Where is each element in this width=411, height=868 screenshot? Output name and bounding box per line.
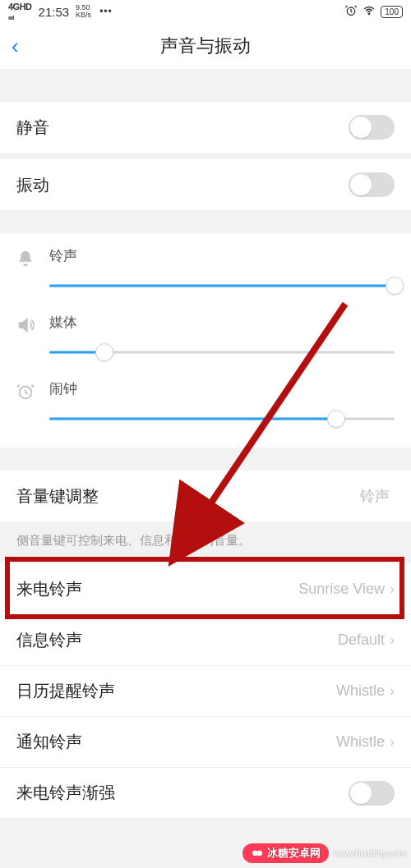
media-volume-row: 媒体 [16, 313, 395, 361]
bell-icon [16, 246, 49, 273]
ascending-ringtone-row[interactable]: 来电铃声渐强 [0, 767, 411, 818]
ringtone-volume-row: 铃声 [16, 246, 395, 295]
vibrate-label: 振动 [16, 174, 349, 196]
speaker-icon [16, 313, 49, 339]
volume-key-label: 音量键调整 [16, 485, 360, 507]
clock-icon [16, 379, 49, 406]
ascending-ringtone-toggle[interactable] [349, 781, 395, 806]
volume-key-desc: 侧音量键可控制来电、信息和通知的音量。 [0, 521, 411, 563]
calendar-ringtone-value: Whistle [336, 682, 385, 700]
volume-sliders-section: 铃声 媒体 闹钟 [0, 233, 411, 448]
alarm-volume-row: 闹钟 [16, 379, 395, 428]
mute-label: 静音 [16, 117, 349, 139]
signal-indicator: 4GHDıııl [8, 2, 32, 21]
incoming-call-ringtone-value: Sunrise View [298, 581, 385, 598]
watermark-brand: 冰糖安卓网 [267, 846, 321, 861]
ringtone-slider-label: 铃声 [49, 246, 395, 265]
vibrate-toggle[interactable] [349, 172, 395, 197]
back-button[interactable]: ‹ [12, 35, 19, 57]
chevron-right-icon: › [390, 733, 395, 751]
status-datarate: 9.50KB/s [76, 4, 91, 19]
alarm-slider[interactable] [49, 410, 395, 428]
svg-point-5 [257, 851, 263, 857]
page-title: 声音与振动 [160, 34, 251, 58]
alarm-slider-label: 闹钟 [49, 379, 395, 398]
status-bar: 4GHDıııl 21:53 9.50KB/s ••• 100 [0, 0, 411, 23]
chevron-right-icon: › [390, 581, 395, 598]
chevron-right-icon: › [390, 631, 395, 649]
calendar-ringtone-label: 日历提醒铃声 [16, 680, 336, 702]
volume-key-value: 铃声 [360, 486, 390, 506]
ringtone-slider[interactable] [49, 277, 395, 295]
chevron-right-icon: › [390, 682, 395, 700]
incoming-call-ringtone-row[interactable]: 来电铃声 Sunrise View › [0, 563, 411, 614]
message-ringtone-row[interactable]: 信息铃声 Default › [0, 614, 411, 665]
incoming-call-ringtone-label: 来电铃声 [16, 578, 298, 600]
status-more-icon: ••• [99, 6, 113, 17]
media-slider[interactable] [49, 343, 395, 361]
media-slider-label: 媒体 [49, 313, 395, 332]
notification-ringtone-label: 通知铃声 [16, 731, 336, 753]
message-ringtone-value: Default [338, 631, 385, 649]
mute-toggle[interactable] [349, 115, 395, 140]
notification-ringtone-row[interactable]: 通知铃声 Whistle › [0, 716, 411, 767]
wifi-icon [363, 4, 376, 20]
volume-key-row[interactable]: 音量键调整 铃声 [0, 471, 411, 521]
status-time: 21:53 [39, 5, 70, 19]
watermark-url: www.btxtdmy.com [334, 848, 406, 858]
svg-point-1 [369, 13, 370, 14]
notification-ringtone-value: Whistle [336, 733, 385, 751]
message-ringtone-label: 信息铃声 [16, 629, 338, 651]
calendar-ringtone-row[interactable]: 日历提醒铃声 Whistle › [0, 665, 411, 716]
watermark: 冰糖安卓网 www.btxtdmy.com [242, 843, 406, 863]
vibrate-row[interactable]: 振动 [0, 159, 411, 210]
mute-row[interactable]: 静音 [0, 102, 411, 153]
ascending-ringtone-label: 来电铃声渐强 [16, 782, 349, 804]
nav-header: ‹ 声音与振动 [0, 23, 411, 69]
alarm-icon [344, 4, 358, 20]
battery-indicator: 100 [381, 6, 403, 18]
